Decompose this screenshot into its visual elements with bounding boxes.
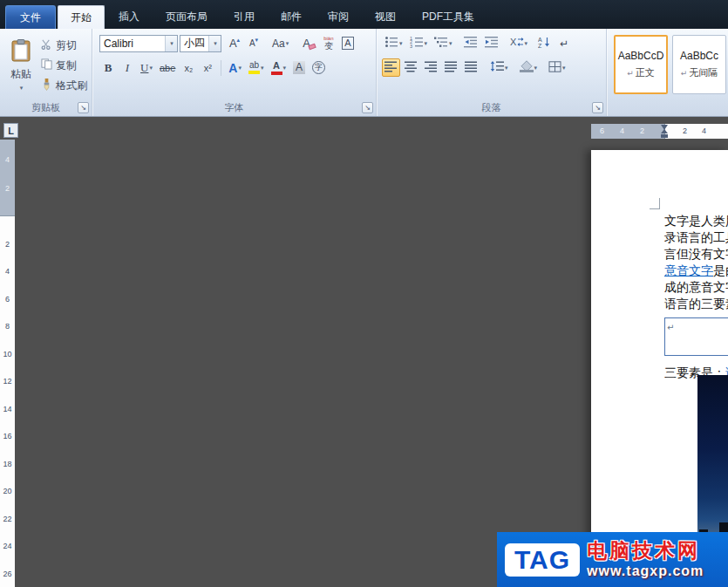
format-painter-button[interactable]: 格式刷 xyxy=(41,77,87,94)
down-caret-icon: ▾ xyxy=(255,37,259,44)
phonetic-guide-button[interactable]: biàn 变 xyxy=(320,34,337,52)
style-no-spacing[interactable]: AaBbCc ↵ 无间隔 xyxy=(672,35,726,94)
word-window: 文件 开始 插入 页面布局 引用 邮件 审阅 视图 PDF工具集 粘贴 ▾ xyxy=(0,0,728,587)
increase-indent-button[interactable] xyxy=(482,34,501,52)
vertical-ruler[interactable]: 4 2 2 4 6 8 10 12 14 16 18 20 22 24 26 xyxy=(0,140,15,587)
bold-button[interactable]: B xyxy=(99,58,117,77)
text-line: 录语言的工具 xyxy=(664,229,728,246)
style-preview: AaBbCc xyxy=(680,50,718,62)
site-watermark: TAG 电脑技术网 www.tagxp.com xyxy=(497,532,728,587)
enclose-characters-button[interactable]: 字 xyxy=(310,58,328,77)
chevron-down-icon[interactable]: ▾ xyxy=(208,36,221,51)
tab-page-layout[interactable]: 页面布局 xyxy=(153,5,220,29)
paragraph-dialog-launcher[interactable]: ↘ xyxy=(592,102,603,113)
tab-insert[interactable]: 插入 xyxy=(106,5,152,29)
underline-button[interactable]: U ▾ xyxy=(138,58,155,77)
shrink-font-button[interactable]: A ▾ xyxy=(245,34,262,52)
superscript-button[interactable]: x² xyxy=(199,58,216,77)
paragraph-row-1: ▾ 123 ▾ ▾ xyxy=(382,34,602,52)
style-preview: AaBbCcD xyxy=(618,50,664,62)
font-content: Calibri ▾ 小四 ▾ A ▴ A ▾ xyxy=(92,29,376,99)
horizontal-ruler[interactable]: 6 4 2 2 4 xyxy=(591,124,728,139)
change-case-button[interactable]: Aa ▾ xyxy=(269,34,291,52)
ruler-number: 26 xyxy=(3,560,11,587)
tab-stop-selector[interactable]: L xyxy=(3,123,18,138)
chevron-down-icon: ▾ xyxy=(238,65,242,72)
line-spacing-button[interactable]: ▾ xyxy=(487,58,511,77)
character-border-icon: A xyxy=(342,37,353,50)
ruler-number: 2 xyxy=(640,126,644,136)
multilevel-list-button[interactable]: ▾ xyxy=(432,34,455,52)
decrease-indent-button[interactable] xyxy=(461,34,480,52)
sort-icon: AZ xyxy=(538,36,551,51)
font-dialog-launcher[interactable]: ↘ xyxy=(362,102,373,113)
paste-label: 粘贴 xyxy=(10,67,31,82)
decrease-indent-icon xyxy=(464,36,478,51)
grow-font-button[interactable]: A ▴ xyxy=(226,34,243,52)
document-page[interactable]: 文字是人类用 录语言的工具 言但没有文字 意音文字是由 成的意音文字 语言的三要… xyxy=(591,150,728,587)
format-painter-icon xyxy=(41,78,52,93)
chevron-down-icon[interactable]: ▾ xyxy=(165,36,177,51)
font-group-label: 字体 xyxy=(92,100,376,115)
empty-text-box[interactable]: ↵ xyxy=(664,317,728,356)
font-group-label-text: 字体 xyxy=(225,101,244,114)
clipboard-dialog-launcher[interactable]: ↘ xyxy=(78,102,89,113)
borders-button[interactable]: ▾ xyxy=(546,58,568,77)
paste-button[interactable]: 粘贴 ▾ xyxy=(4,33,37,98)
paragraph-content: ▾ 123 ▾ ▾ xyxy=(377,29,606,99)
tab-pdf-tools[interactable]: PDF工具集 xyxy=(410,5,486,29)
subscript-button[interactable]: x₂ xyxy=(180,58,197,77)
asian-layout-button[interactable]: X ▾ xyxy=(507,34,531,52)
svg-text:X: X xyxy=(510,37,517,47)
ruler-number: 2 xyxy=(0,184,15,193)
font-color-button[interactable]: A ▾ xyxy=(269,58,289,77)
character-shading-button[interactable]: A xyxy=(290,58,308,77)
hyperlink[interactable]: 意音文字 xyxy=(664,263,713,277)
tab-references[interactable]: 引用 xyxy=(221,5,267,29)
strikethrough-button[interactable]: abe xyxy=(157,58,178,77)
paragraph-mark-icon: ↵ xyxy=(627,69,634,78)
align-right-button[interactable] xyxy=(422,58,440,77)
chevron-down-icon: ▾ xyxy=(562,65,566,72)
tab-file[interactable]: 文件 xyxy=(5,5,56,29)
chevron-down-icon: ▾ xyxy=(283,65,287,72)
left-indent-marker[interactable] xyxy=(661,134,668,138)
font-row-2: B I U ▾ abe x₂ x² A ▾ xyxy=(99,58,371,77)
asian-layout-icon: X xyxy=(510,36,524,51)
style-normal[interactable]: AaBbCcD ↵ 正文 xyxy=(614,35,668,94)
show-marks-button[interactable]: ↵ xyxy=(555,34,573,52)
svg-text:Z: Z xyxy=(538,43,542,49)
separator xyxy=(221,60,221,76)
clear-formatting-button[interactable]: A xyxy=(300,34,318,52)
paragraph-mark-icon: ↵ xyxy=(560,38,568,50)
chevron-down-icon: ▾ xyxy=(425,40,428,47)
tab-home[interactable]: 开始 xyxy=(58,5,105,29)
align-center-button[interactable] xyxy=(402,58,420,77)
font-size-combo[interactable]: 小四 ▾ xyxy=(180,35,221,52)
character-border-button[interactable]: A xyxy=(339,34,357,52)
numbering-button[interactable]: 123 ▾ xyxy=(407,34,431,52)
style-name: ↵ 正文 xyxy=(627,66,655,79)
justify-button[interactable] xyxy=(442,58,460,77)
tab-review[interactable]: 审阅 xyxy=(316,5,361,29)
italic-button[interactable]: I xyxy=(119,58,136,77)
tab-mailings[interactable]: 邮件 xyxy=(269,5,314,29)
hanging-indent-marker[interactable] xyxy=(661,129,668,133)
highlight-color-button[interactable]: ab ▾ xyxy=(246,58,267,77)
watermark-text: 电脑技术网 www.tagxp.com xyxy=(587,540,704,579)
font-name-combo[interactable]: Calibri ▾ xyxy=(99,35,178,52)
text-line: 文字是人类用 xyxy=(664,213,728,229)
text-effects-button[interactable]: A ▾ xyxy=(226,58,244,77)
shading-button[interactable]: ▾ xyxy=(517,58,541,77)
distribute-button[interactable] xyxy=(462,58,480,77)
sort-button[interactable]: AZ xyxy=(535,34,554,52)
shrink-font-glyph: A xyxy=(249,38,255,48)
copy-button[interactable]: 复制 xyxy=(41,57,87,74)
document-text[interactable]: 文字是人类用 录语言的工具 言但没有文字 意音文字是由 成的意音文字 语言的三要… xyxy=(664,213,728,381)
bullets-button[interactable]: ▾ xyxy=(382,34,405,52)
align-left-button[interactable] xyxy=(382,58,400,77)
tab-view[interactable]: 视图 xyxy=(363,5,408,29)
numbered-list-icon: 123 xyxy=(410,36,424,51)
align-center-icon xyxy=(405,61,418,75)
cut-button[interactable]: 剪切 xyxy=(41,37,87,54)
